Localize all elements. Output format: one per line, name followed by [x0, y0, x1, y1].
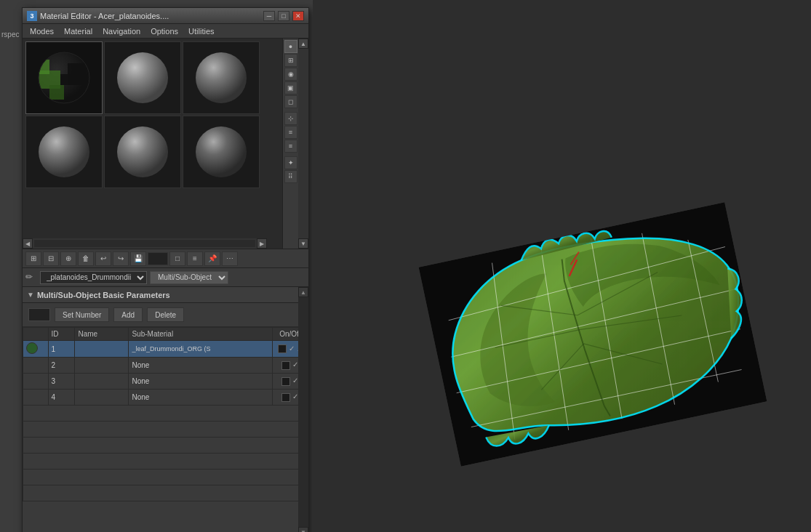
- side-btn-cylinder[interactable]: ⊞: [284, 54, 297, 67]
- maximize-button[interactable]: □: [278, 11, 289, 21]
- collapse-arrow[interactable]: ▼: [27, 291, 34, 299]
- menu-utilities[interactable]: Utilities: [184, 25, 218, 37]
- spheres-grid: [23, 39, 270, 191]
- side-btn-bg[interactable]: ≡: [284, 140, 297, 153]
- color-swatch[interactable]: [281, 377, 290, 386]
- menu-navigation[interactable]: Navigation: [98, 25, 145, 37]
- set-number-input[interactable]: 4: [28, 308, 50, 321]
- sphere-cell-0[interactable]: [25, 41, 103, 114]
- tb-num-input[interactable]: 0: [148, 252, 168, 265]
- table-row[interactable]: 2 None ✓: [23, 358, 308, 374]
- col-id: ID: [48, 328, 75, 341]
- set-number-row: 4 Set Number Add Delete: [23, 303, 308, 327]
- params-title: Multi/Sub-Object Basic Parameters: [37, 291, 170, 299]
- add-button[interactable]: Add: [113, 307, 143, 322]
- title-text: Material Editor - Acer_platanoides....: [40, 12, 260, 20]
- table-row-empty: [23, 454, 308, 469]
- side-btn-plane[interactable]: ▣: [284, 81, 297, 94]
- menu-material[interactable]: Material: [60, 25, 97, 37]
- side-btn-box[interactable]: ◉: [284, 68, 297, 81]
- table-row-empty: [23, 485, 308, 501]
- svg-rect-6: [68, 63, 86, 85]
- tb-btn-save[interactable]: 💾: [130, 251, 146, 266]
- check-mark: ✓: [289, 344, 295, 352]
- delete-button[interactable]: Delete: [147, 307, 184, 322]
- material-type-select[interactable]: Multi/Sub-Object: [150, 271, 228, 284]
- leaf-svg: [419, 202, 767, 466]
- title-bar: 3 Material Editor - Acer_platanoides....…: [23, 8, 308, 24]
- leaf-display: [419, 202, 767, 466]
- tb-btn-2[interactable]: ⊕: [60, 251, 76, 266]
- menu-options[interactable]: Options: [146, 25, 183, 37]
- title-icon: 3: [27, 11, 37, 21]
- tb-btn-5[interactable]: □: [169, 251, 185, 266]
- side-btn-dots[interactable]: ⠿: [284, 170, 297, 183]
- params-scroll-down[interactable]: ▼: [298, 527, 308, 532]
- side-btn-mat[interactable]: ✦: [284, 156, 297, 169]
- params-scroll-up[interactable]: ▲: [298, 287, 308, 297]
- tb-btn-delete[interactable]: 🗑: [78, 251, 94, 266]
- dropper-icon[interactable]: ✏: [25, 272, 37, 283]
- sphere-cell-5[interactable]: [183, 116, 260, 188]
- sphere-cell-4[interactable]: [104, 116, 181, 188]
- row-thumb-cell: [23, 358, 49, 374]
- sphere-cell-1[interactable]: [104, 41, 181, 114]
- table-row[interactable]: 3 None ✓: [23, 374, 308, 390]
- scroll-up-button[interactable]: ▲: [298, 39, 308, 49]
- scroll-right-button[interactable]: ▶: [257, 238, 267, 249]
- set-number-button[interactable]: Set Number: [55, 307, 109, 322]
- tb-btn-0[interactable]: ⊞: [25, 251, 41, 266]
- table-body: 1 _leaf_Drummondi_ORG (S ✓ ▲ 2 None: [23, 341, 308, 501]
- sphere-cell-3[interactable]: [25, 116, 103, 188]
- scroll-left-button[interactable]: ◀: [23, 238, 33, 249]
- tb-btn-3[interactable]: ↩: [95, 251, 111, 266]
- row-name: [75, 390, 129, 406]
- material-editor-window: 3 Material Editor - Acer_platanoides....…: [22, 7, 309, 532]
- params-header: ▼ Multi/Sub-Object Basic Parameters ⠿: [23, 287, 308, 303]
- h-scrollbar: ◀ ▶: [23, 238, 267, 249]
- params-scrollbar: ▲ ▼: [298, 287, 308, 532]
- color-swatch[interactable]: [278, 344, 287, 353]
- side-btn-color[interactable]: ⊹: [284, 112, 297, 125]
- side-btn-grid[interactable]: ≡: [284, 126, 297, 139]
- row-submaterial[interactable]: None: [129, 358, 272, 374]
- minimize-button[interactable]: ─: [263, 11, 275, 21]
- menu-bar: Modes Material Navigation Options Utilit…: [23, 24, 308, 39]
- row-thumb-cell: [23, 390, 49, 406]
- col-submaterial: Sub-Material: [129, 328, 272, 341]
- viewport: [313, 0, 811, 532]
- tb-btn-pin[interactable]: 📌: [204, 251, 220, 266]
- tb-btn-more[interactable]: ⋯: [222, 251, 238, 266]
- side-btn-sphere[interactable]: ●: [284, 40, 297, 53]
- svg-point-10: [39, 126, 89, 177]
- tb-btn-4[interactable]: ↪: [113, 251, 129, 266]
- menu-modes[interactable]: Modes: [25, 25, 58, 37]
- row-name: [75, 341, 129, 358]
- row-submaterial[interactable]: None: [129, 374, 272, 390]
- tb-btn-1[interactable]: ⊟: [43, 251, 59, 266]
- row-id: 2: [48, 358, 75, 374]
- sphere-cell-2[interactable]: [183, 41, 260, 114]
- rspec-label: rspec: [1, 31, 19, 39]
- material-name-select[interactable]: _platanoides_Drummondii: [40, 271, 147, 284]
- color-swatch[interactable]: [281, 361, 290, 370]
- bottom-toolbar: ⊞ ⊟ ⊕ 🗑 ↩ ↪ 💾 0 □ ≡ 📌 ⋯: [23, 249, 308, 268]
- material-name-bar: ✏ _platanoides_Drummondii Multi/Sub-Obje…: [23, 268, 308, 287]
- side-btn-teapot[interactable]: ◻: [284, 95, 297, 108]
- params-section: ▼ Multi/Sub-Object Basic Parameters ⠿ 4 …: [23, 287, 308, 532]
- row-id: 1: [48, 341, 75, 358]
- table-row[interactable]: 1 _leaf_Drummondi_ORG (S ✓ ▲: [23, 341, 308, 358]
- row-submaterial[interactable]: None: [129, 390, 272, 406]
- table-row[interactable]: 4 None ✓: [23, 390, 308, 406]
- row-name: [75, 358, 129, 374]
- row-submaterial[interactable]: _leaf_Drummondi_ORG (S: [129, 341, 272, 358]
- close-button[interactable]: ✕: [292, 11, 304, 21]
- color-swatch[interactable]: [281, 393, 290, 402]
- tb-btn-6[interactable]: ≡: [187, 251, 203, 266]
- table-row-empty: [23, 406, 308, 422]
- scroll-down-button[interactable]: ▼: [298, 238, 308, 249]
- row-thumb-cell: [23, 374, 49, 390]
- col-thumb: [23, 328, 49, 341]
- svg-point-12: [196, 126, 247, 177]
- table-row-empty: [23, 422, 308, 438]
